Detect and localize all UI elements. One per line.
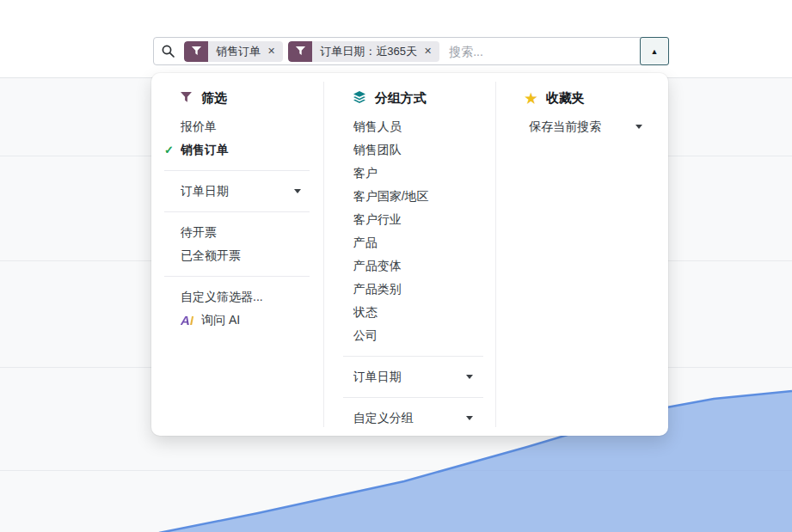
menu-item-sales-team[interactable]: 销售团队 bbox=[324, 138, 496, 162]
menu-item-order-date-filter[interactable]: 订单日期 bbox=[151, 180, 323, 203]
section-divider bbox=[343, 397, 484, 398]
menu-item-product-category[interactable]: 产品类别 bbox=[324, 278, 496, 301]
caret-down-icon bbox=[466, 375, 473, 379]
check-icon: ✓ bbox=[164, 144, 174, 156]
menu-item-sales-order[interactable]: ✓ 销售订单 bbox=[151, 138, 323, 162]
caret-down-icon bbox=[294, 189, 301, 193]
groupby-header: 分组方式 bbox=[324, 89, 496, 115]
search-options-dropdown: 筛选 报价单 ✓ 销售订单 订单日期 待开票 已全额开票 自定义筛选器... A… bbox=[151, 73, 668, 436]
menu-item-customer-country[interactable]: 客户国家/地区 bbox=[324, 185, 496, 208]
magnifier-icon bbox=[161, 44, 175, 58]
search-facet-order-date[interactable]: 订单日期：近365天 ✕ bbox=[288, 41, 439, 62]
facet-label: 销售订单 bbox=[208, 44, 267, 59]
caret-down-icon bbox=[635, 125, 642, 129]
search-dropdown-toggle-button[interactable]: ▲ bbox=[640, 37, 669, 65]
menu-item-customer-industry[interactable]: 客户行业 bbox=[324, 208, 496, 231]
menu-item-order-date-group[interactable]: 订单日期 bbox=[324, 365, 496, 388]
menu-item-to-invoice[interactable]: 待开票 bbox=[151, 221, 323, 244]
ai-logo-icon: AI bbox=[181, 314, 193, 327]
menu-item-product[interactable]: 产品 bbox=[324, 231, 496, 254]
layers-icon bbox=[353, 90, 366, 107]
star-icon: ★ bbox=[525, 92, 537, 106]
menu-item-save-current-search[interactable]: 保存当前搜索 bbox=[496, 115, 668, 138]
menu-item-product-variant[interactable]: 产品变体 bbox=[324, 254, 496, 278]
favorites-title: 收藏夹 bbox=[546, 90, 585, 107]
funnel-icon bbox=[180, 91, 193, 107]
menu-item-company[interactable]: 公司 bbox=[324, 324, 496, 347]
section-divider bbox=[164, 276, 310, 277]
filters-header: 筛选 bbox=[151, 89, 323, 115]
section-divider bbox=[343, 356, 484, 357]
filters-column: 筛选 报价单 ✓ 销售订单 订单日期 待开票 已全额开票 自定义筛选器... A… bbox=[151, 82, 323, 427]
caret-down-icon bbox=[466, 416, 473, 420]
favorites-header: ★ 收藏夹 bbox=[496, 89, 668, 115]
menu-item-customer[interactable]: 客户 bbox=[324, 162, 496, 185]
chart-gridline bbox=[0, 470, 792, 471]
menu-item-fully-invoiced[interactable]: 已全额开票 bbox=[151, 244, 323, 267]
section-divider bbox=[164, 211, 310, 212]
filter-funnel-icon bbox=[184, 41, 208, 62]
menu-item-salesperson[interactable]: 销售人员 bbox=[324, 115, 496, 138]
menu-item-custom-filter[interactable]: 自定义筛选器... bbox=[151, 285, 323, 309]
caret-up-icon: ▲ bbox=[651, 47, 659, 56]
groupby-title: 分组方式 bbox=[375, 90, 427, 107]
menu-item-quotation[interactable]: 报价单 bbox=[151, 115, 323, 138]
facet-remove-icon[interactable]: ✕ bbox=[267, 46, 283, 56]
facet-label: 订单日期：近365天 bbox=[312, 44, 424, 59]
groupby-column: 分组方式 销售人员 销售团队 客户 客户国家/地区 客户行业 产品 产品变体 产… bbox=[323, 82, 496, 427]
filter-funnel-icon bbox=[288, 41, 312, 62]
search-facet-sales-order[interactable]: 销售订单 ✕ bbox=[184, 41, 283, 62]
menu-item-custom-group[interactable]: 自定义分组 bbox=[324, 407, 496, 430]
search-bar[interactable]: 销售订单 ✕ 订单日期：近365天 ✕ ▲ bbox=[153, 37, 669, 65]
facet-remove-icon[interactable]: ✕ bbox=[424, 46, 439, 56]
section-divider bbox=[164, 170, 310, 171]
favorites-column: ★ 收藏夹 保存当前搜索 bbox=[495, 82, 668, 427]
menu-item-ask-ai[interactable]: AI 询问 AI bbox=[151, 309, 323, 332]
menu-item-status[interactable]: 状态 bbox=[324, 301, 496, 324]
search-input[interactable] bbox=[447, 44, 636, 59]
filters-title: 筛选 bbox=[201, 90, 227, 107]
